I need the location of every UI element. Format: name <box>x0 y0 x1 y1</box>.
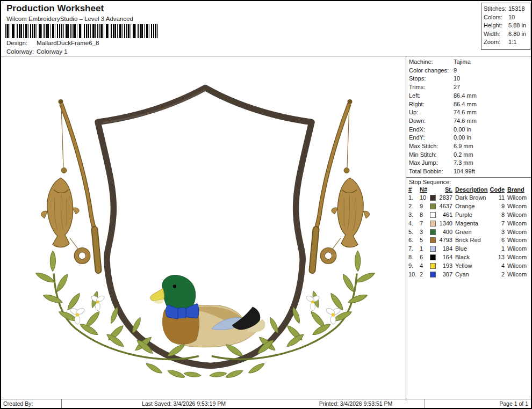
stats-row: Width:6.80 in <box>484 30 530 39</box>
machine-info-row: Left:86.4 mm <box>406 92 532 100</box>
stop-sequence-row: 9.4193Yellow4Wilcom <box>406 262 532 271</box>
embroidery-design-canvas <box>1 56 406 401</box>
fishing-rod-left <box>41 99 98 271</box>
software-subtitle: Wilcom EmbroideryStudio – Level 3 Advanc… <box>6 16 133 22</box>
machine-info-row: Trims:27 <box>406 83 532 92</box>
stop-sequence-row: 4.71340Magenta7Wilcom <box>406 220 532 228</box>
thread-color-swatch <box>430 246 436 252</box>
stop-sequence-title: Stop Sequence: <box>406 177 532 186</box>
stats-row: Colors:10 <box>484 13 530 22</box>
page-title: Production Worksheet <box>6 3 104 14</box>
stop-sequence-header: # N# St. Description Code Brand <box>406 186 532 194</box>
stop-sequence-row: 6.54793Brick Red6Wilcom <box>406 236 532 245</box>
design-preview-area <box>1 56 406 401</box>
stats-row: Zoom:1:1 <box>484 38 530 47</box>
thread-color-swatch <box>430 212 436 218</box>
machine-info-row: EndX:0.00 in <box>406 126 532 134</box>
worksheet-footer: Created By: Last Saved: 3/4/2026 9:53:19… <box>1 399 531 408</box>
col-code: Code <box>487 186 505 194</box>
colorway-label: Colorway: <box>6 48 37 55</box>
stop-sequence-row: 10.2307Cyan2Wilcom <box>406 271 532 279</box>
thread-color-swatch <box>430 237 436 243</box>
fishing-rod-right <box>312 99 369 271</box>
footer-divider <box>424 399 425 408</box>
thread-color-swatch <box>430 263 436 269</box>
col-number: # <box>408 186 419 194</box>
stop-sequence-table: # N# St. Description Code Brand 1.102837… <box>406 186 532 279</box>
col-needle: N# <box>420 186 429 194</box>
thread-color-swatch <box>430 203 436 209</box>
col-description: Description <box>455 186 490 194</box>
stats-rows: Stitches:15318Colors:10Height:5.88 inWid… <box>484 5 530 47</box>
stats-row: Height:5.88 in <box>484 21 530 30</box>
design-value: MallardDuckFrame6_8 <box>37 40 99 46</box>
stop-sequence-row: 1.102837Dark Brown11Wilcom <box>406 194 532 202</box>
stats-row: Stitches:15318 <box>484 5 530 13</box>
machine-info-panel: Machine:TajimaColor changes:9Stops:10Tri… <box>406 56 532 401</box>
machine-info-row: Down:74.6 mm <box>406 117 532 126</box>
duck-eye <box>173 284 176 288</box>
machine-info-row: EndY:0.00 in <box>406 134 532 142</box>
created-by-label: Created By: <box>1 399 62 408</box>
machine-info-row: Up:74.6 mm <box>406 108 532 117</box>
mallard-duck <box>150 275 265 347</box>
thread-color-swatch <box>430 272 436 277</box>
page-number: Page 1 of 1 <box>499 400 528 407</box>
thread-color-swatch <box>430 254 436 260</box>
machine-info-row: Machine:Tajima <box>406 58 532 67</box>
machine-info-rows: Machine:TajimaColor changes:9Stops:10Tri… <box>406 56 532 176</box>
design-stats-box: Stitches:15318Colors:10Height:5.88 inWid… <box>481 3 530 50</box>
machine-info-row: Total Bobbin:104.99ft <box>406 167 532 176</box>
design-label: Design: <box>6 40 37 46</box>
printed-label: Printed: 3/4/2026 9:53:51 PM <box>299 400 412 407</box>
machine-info-row: Max Stitch:6.9 mm <box>406 142 532 151</box>
stop-sequence-row: 3.8461Purple8Wilcom <box>406 211 532 220</box>
last-saved-label: Last Saved: 3/4/2026 9:53:19 PM <box>127 400 240 407</box>
col-brand: Brand <box>507 186 524 194</box>
thread-color-swatch <box>430 221 436 227</box>
thread-color-swatch <box>430 195 436 201</box>
design-name-row: Design:MallardDuckFrame6_8 <box>6 40 99 46</box>
production-worksheet-page: Production Worksheet Wilcom EmbroiderySt… <box>0 0 532 409</box>
design-barcode <box>5 24 160 38</box>
stop-sequence-row: 5.3400Green3Wilcom <box>406 228 532 237</box>
worksheet-header: Production Worksheet Wilcom EmbroiderySt… <box>1 1 531 56</box>
machine-info-row: Max Jump:7.3 mm <box>406 159 532 167</box>
stop-sequence-rows: 1.102837Dark Brown11Wilcom2.94637Orange9… <box>406 194 532 279</box>
stop-sequence-row: 7.1184Blue1Wilcom <box>406 245 532 253</box>
machine-info-row: Min Stitch:0.2 mm <box>406 151 532 159</box>
machine-info-row: Stops:10 <box>406 75 532 83</box>
stop-sequence-row: 8.6164Black13Wilcom <box>406 253 532 262</box>
col-stitches: St. <box>436 186 452 194</box>
colorway-row: Colorway:Colorway 1 <box>6 48 68 55</box>
machine-info-row: Right:86.4 mm <box>406 100 532 109</box>
thread-color-swatch <box>430 229 436 235</box>
stop-sequence-row: 2.94637Orange9Wilcom <box>406 202 532 211</box>
colorway-value: Colorway 1 <box>37 48 68 55</box>
machine-info-row: Color changes:9 <box>406 67 532 75</box>
